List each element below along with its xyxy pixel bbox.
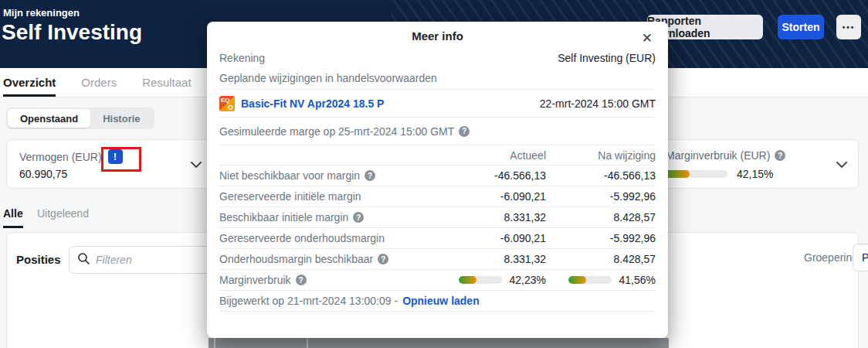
planned-changes-heading: Geplande wijzigingen in handelsvoorwaard… xyxy=(219,70,656,90)
updated-timestamp: Bijgewerkt op 21-mrt-2024 13:00:09 - xyxy=(219,295,398,307)
margin-usage-bar xyxy=(663,170,727,178)
modal-title: Meer info xyxy=(207,22,668,39)
help-icon[interactable]: ? xyxy=(459,126,470,137)
accounts-breadcrumb: Mijn rekeningen xyxy=(3,7,80,19)
column-divider xyxy=(307,338,308,348)
col-na-wijziging: Na wijziging xyxy=(546,149,656,162)
help-icon[interactable]: ? xyxy=(353,212,364,223)
table-row: Onderhoudsmargin beschikbaar? 8.331,32 8… xyxy=(219,249,656,270)
help-icon[interactable]: ? xyxy=(378,254,388,264)
table-row: Niet beschikbaar voor margin? -46.566,13… xyxy=(219,165,656,186)
marginverbruik-value: 42,15% xyxy=(737,168,773,180)
table-row: Beschikbaar initiele margin? 8.331,32 8.… xyxy=(219,207,656,228)
margin-usage-bar-actual xyxy=(459,276,502,284)
chevron-down-icon[interactable] xyxy=(836,157,847,171)
positions-tab-alle[interactable]: Alle xyxy=(3,207,23,228)
modal-body: Rekening Self Investing (EUR) Geplande w… xyxy=(207,49,668,312)
table-header-row: Actueel Na wijziging xyxy=(219,145,656,165)
help-icon[interactable]: ? xyxy=(296,275,307,285)
marginverbruik-card: Marginverbruik (EUR) ? 42,15% xyxy=(653,139,859,189)
tab-orders[interactable]: Orders xyxy=(81,68,117,97)
search-icon xyxy=(77,252,90,268)
tab-overzicht[interactable]: Overzicht xyxy=(3,68,56,97)
margin-usage-row: Marginverbruik? 42,23% 41,56% xyxy=(219,270,656,291)
page-title: Self Investing xyxy=(2,20,142,45)
annotation-highlight-box xyxy=(101,147,141,172)
instrument-row: EQ O Basic-Fit NV Apr2024 18.5 P 22-mrt-… xyxy=(219,90,656,118)
chevron-down-icon[interactable] xyxy=(191,157,202,171)
marginverbruik-label: Marginverbruik (EUR) ? xyxy=(666,149,785,162)
positions-title: Posities xyxy=(16,253,61,266)
tab-resultaat[interactable]: Resultaat xyxy=(142,68,191,97)
positions-tab-uitgeleend[interactable]: Uitgeleend xyxy=(37,207,89,220)
help-icon[interactable]: ? xyxy=(775,150,785,161)
more-options-button[interactable]: ••• xyxy=(836,15,861,39)
app-window: Mijn rekeningen Self Investing Rapporten… xyxy=(0,0,868,348)
col-actueel: Actueel xyxy=(436,149,546,162)
marginverbruik-meter: 42,15% xyxy=(663,168,773,180)
table-row: Gereserveerde onderhoudsmargin -6.090,21… xyxy=(219,228,656,249)
shadowed-table-header xyxy=(209,338,669,348)
deposit-button[interactable]: Storten xyxy=(778,15,824,39)
meer-info-modal: Meer info ✕ Rekening Self Investing (EUR… xyxy=(207,22,668,338)
column-divider xyxy=(214,338,215,348)
grouping-select[interactable]: P xyxy=(853,244,868,271)
toggle-historie[interactable]: Historie xyxy=(90,109,152,128)
account-row: Rekening Self Investing (EUR) xyxy=(219,49,656,67)
margin-usage-bar-after xyxy=(568,276,612,284)
table-row: Gereserveerde initiële margin -6.090,21 … xyxy=(219,186,656,207)
toggle-openstaand[interactable]: Openstaand xyxy=(8,109,90,128)
help-icon[interactable]: ? xyxy=(364,170,375,181)
open-history-toggle: Openstaand Historie xyxy=(6,107,154,129)
close-icon[interactable]: ✕ xyxy=(642,32,653,45)
vermogen-value: 60.990,75 xyxy=(19,168,67,180)
simulated-margin-heading: Gesimuleerde marge op 25-mrt-2024 15:00 … xyxy=(219,118,656,145)
account-value: Self Investing (EUR) xyxy=(558,52,656,64)
account-label: Rekening xyxy=(219,52,265,64)
reload-link[interactable]: Opnieuw laden xyxy=(402,295,480,307)
equity-option-icon: EQ O xyxy=(219,96,235,111)
change-datetime: 22-mrt-2024 15:00 GMT xyxy=(540,97,656,110)
instrument-link[interactable]: Basic-Fit NV Apr2024 18.5 P xyxy=(241,97,540,110)
updated-row: Bijgewerkt op 21-mrt-2024 13:00:09 - Opn… xyxy=(219,291,656,312)
